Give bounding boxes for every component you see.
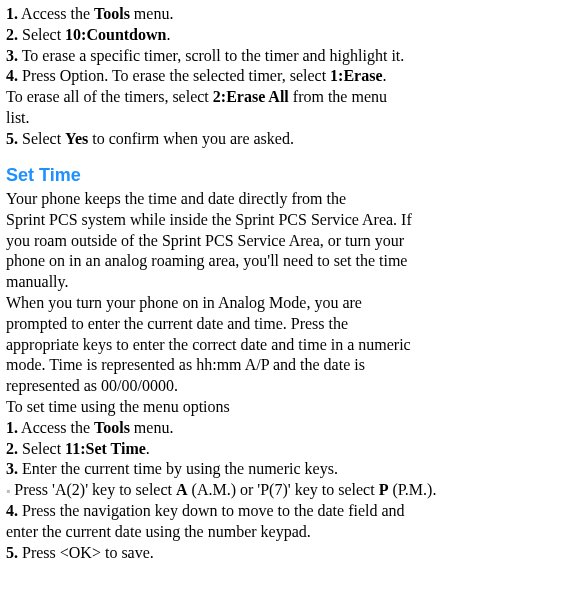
body-line: When you turn your phone on in Analog Mo…	[6, 293, 557, 314]
step-line: 4. Press the navigation key down to move…	[6, 501, 557, 522]
body-bold: 2:Erase All	[213, 88, 289, 105]
step-number: 1.	[6, 5, 18, 22]
body-line: mode. Time is represented as hh:mm A/P a…	[6, 355, 557, 376]
body-line: represented as 00/00/0000.	[6, 376, 557, 397]
step-line: 2. Select 10:Countdown.	[6, 25, 557, 46]
body-text: To erase all of the timers, select	[6, 88, 213, 105]
step-number: 3.	[6, 47, 18, 64]
step-text: Press the navigation key down to move to…	[18, 502, 405, 519]
body-line: you roam outside of the Sprint PCS Servi…	[6, 231, 557, 252]
body-line: manually.	[6, 272, 557, 293]
step-number: 5.	[6, 544, 18, 561]
step-text: To erase a specific timer, scroll to the…	[18, 47, 404, 64]
step-bold: 1:Erase	[330, 67, 382, 84]
step-line: 3. To erase a specific timer, scroll to …	[6, 46, 557, 67]
step-text: Access the	[18, 419, 94, 436]
bullet-line: ▪ Press 'A(2)' key to select A (A.M.) or…	[6, 480, 557, 501]
step-text: Press <OK> to save.	[18, 544, 154, 561]
body-text: from the menu	[289, 88, 387, 105]
bullet-text: (P.M.).	[388, 481, 436, 498]
step-text: .	[146, 440, 150, 457]
step-text: Access the	[18, 5, 94, 22]
step-number: 1.	[6, 419, 18, 436]
step-number: 2.	[6, 26, 18, 43]
step-text: Select	[18, 130, 65, 147]
step-number: 3.	[6, 460, 18, 477]
body-line: prompted to enter the current date and t…	[6, 314, 557, 335]
step-text: menu.	[130, 419, 174, 436]
step-number: 4.	[6, 502, 18, 519]
step-bold: Yes	[65, 130, 88, 147]
body-line: Sprint PCS system while inside the Sprin…	[6, 210, 557, 231]
bullet-text: (A.M.) or 'P(7)' key to select	[188, 481, 379, 498]
step-text: Select	[18, 440, 65, 457]
step-text: Select	[18, 26, 65, 43]
step-number: 5.	[6, 130, 18, 147]
step-line: 1. Access the Tools menu.	[6, 4, 557, 25]
step-line: 4. Press Option. To erase the selected t…	[6, 66, 557, 87]
body-line: list.	[6, 108, 557, 129]
step-bold: 11:Set Time	[65, 440, 146, 457]
body-line: enter the current date using the number …	[6, 522, 557, 543]
step-bold: Tools	[94, 419, 130, 436]
step-text: Enter the current time by using the nume…	[18, 460, 338, 477]
step-text: Press Option. To erase the selected time…	[18, 67, 330, 84]
bullet-text: Press 'A(2)' key to select	[10, 481, 176, 498]
step-line: 5. Press <OK> to save.	[6, 543, 557, 564]
body-line: To erase all of the timers, select 2:Era…	[6, 87, 557, 108]
step-bold: Tools	[94, 5, 130, 22]
step-line: 3. Enter the current time by using the n…	[6, 459, 557, 480]
step-number: 4.	[6, 67, 18, 84]
step-text: menu.	[130, 5, 174, 22]
section-heading: Set Time	[6, 164, 557, 187]
body-line: phone on in an analog roaming area, you'…	[6, 251, 557, 272]
step-line: 5. Select Yes to confirm when you are as…	[6, 129, 557, 150]
bullet-bold: A	[176, 481, 188, 498]
step-text: .	[383, 67, 387, 84]
step-text: .	[166, 26, 170, 43]
body-line: To set time using the menu options	[6, 397, 557, 418]
body-line: appropriate keys to enter the correct da…	[6, 335, 557, 356]
step-line: 2. Select 11:Set Time.	[6, 439, 557, 460]
step-text: to confirm when you are asked.	[88, 130, 294, 147]
step-bold: 10:Countdown	[65, 26, 166, 43]
step-line: 1. Access the Tools menu.	[6, 418, 557, 439]
body-line: Your phone keeps the time and date direc…	[6, 189, 557, 210]
bullet-bold: P	[379, 481, 389, 498]
step-number: 2.	[6, 440, 18, 457]
